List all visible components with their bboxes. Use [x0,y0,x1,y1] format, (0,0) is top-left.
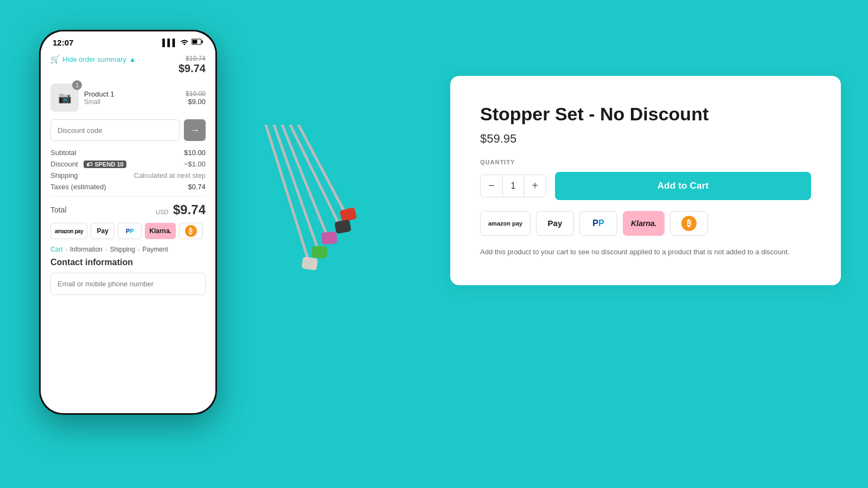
cart-icon: 🛒 [50,55,60,63]
discount-apply-button[interactable]: → [184,119,206,141]
hide-order-summary-button[interactable]: 🛒 Hide order summary ▲ [50,55,136,63]
status-icons: ▌▌▌ [162,38,203,47]
discount-label: Discount 🏷 SPEND 10 [50,160,126,168]
order-header: 🛒 Hide order summary ▲ $10.74 $9.74 [50,50,206,78]
svg-line-7 [282,125,328,239]
product-current-price: $9.00 [186,98,206,106]
taxes-value: $0.74 [188,183,206,191]
phone-scroll-content[interactable]: 🛒 Hide order summary ▲ $10.74 $9.74 1 📷 … [41,50,215,413]
total-label: Total [50,206,67,214]
paypal-icon: PP [118,223,142,239]
subtotal-value: $10.00 [184,149,206,157]
divider [50,196,206,197]
subtotal-row: Subtotal $10.00 [50,149,206,157]
product-item: 1 📷 Product 1 Small $10.00 $9.00 [50,84,206,112]
shipping-row: Shipping Calculated at next step [50,171,206,179]
btc-symbol: ₿ [185,225,197,237]
quantity-controls: − 1 + [480,175,546,197]
quantity-value: 1 [502,175,524,197]
product-card-price: $59.95 [480,132,811,146]
product-variant: Small [84,98,180,106]
svg-rect-1 [202,41,203,43]
phone-frame: 12:07 ▌▌▌ 🛒 Hide order summary ▲ [39,30,217,415]
payment-icons-phone: amazon pay Pay PP Klarna. ₿ [50,223,206,239]
btc-symbol-lg: ₿ [681,216,697,231]
breadcrumb-cart[interactable]: Cart [50,246,63,253]
total-amount-group: USD $9.74 [156,202,206,217]
discount-code-badge: 🏷 SPEND 10 [84,160,126,168]
apple-pay-icon: Pay [91,223,114,239]
product-price-column: $10.00 $9.00 [186,90,206,106]
klarna-icon: Klarna. [145,223,176,239]
shipping-label: Shipping [50,171,78,179]
chevron-up-icon: ▲ [129,55,136,63]
svg-line-3 [298,125,347,217]
breadcrumb-sep-3: › [138,247,139,253]
quantity-decrease-button[interactable]: − [481,175,502,197]
taxes-label: Taxes (estimated) [50,183,106,191]
payment-icons-product-card: amazon pay Pay PP Klarna. ₿ [480,211,811,236]
quantity-row: − 1 + Add to Cart [480,172,811,200]
product-original-price: $10.00 [186,90,206,98]
breadcrumb-information: Information [70,246,103,253]
product-card: Stopper Set - No Discount $59.95 QUANTIT… [450,76,841,285]
bitcoin-icon-lg: ₿ [670,211,708,236]
breadcrumb-sep-2: › [105,247,107,253]
product-description: Add this product to your cart to see no … [480,247,811,258]
breadcrumb: Cart › Information › Shipping › Payment [50,246,206,253]
product-info: Product 1 Small [84,90,180,106]
discount-value: −$1.00 [184,160,206,168]
order-original-price: $10.74 [178,55,206,62]
total-amount: $9.74 [173,202,206,217]
klarna-icon-lg: Klarna. [623,211,665,236]
stopper-set-image [206,125,401,309]
product-quantity-badge: 1 [72,80,82,90]
svg-rect-10 [312,246,328,259]
email-phone-input[interactable] [50,273,206,295]
svg-rect-4 [340,207,358,222]
quantity-increase-button[interactable]: + [524,175,546,197]
order-current-price: $9.74 [178,62,206,75]
svg-rect-8 [321,232,337,245]
paypal-icon-lg: PP [579,211,617,236]
product-image-placeholder-icon: 📷 [58,91,72,104]
discount-row: → [50,119,206,141]
contact-info-title: Contact information [50,258,206,267]
breadcrumb-sep-1: › [66,247,67,253]
breadcrumb-payment: Payment [142,246,168,253]
product-thumbnail: 1 📷 [50,84,79,112]
taxes-row: Taxes (estimated) $0.74 [50,183,206,191]
shipping-value: Calculated at next step [134,171,206,179]
subtotal-label: Subtotal [50,149,76,157]
amazon-pay-icon-lg: amazon pay [480,211,531,236]
product-name: Product 1 [84,90,180,98]
total-currency: USD [156,209,168,215]
svg-rect-2 [193,40,197,44]
order-price-header: $10.74 $9.74 [178,55,206,75]
add-to-cart-button[interactable]: Add to Cart [555,172,811,200]
svg-rect-6 [334,220,351,234]
total-row: Total USD $9.74 [50,202,206,217]
svg-line-5 [290,125,341,228]
discount-row-price: Discount 🏷 SPEND 10 −$1.00 [50,160,206,168]
status-time: 12:07 [53,38,73,47]
hide-summary-label: Hide order summary [62,55,126,63]
svg-line-11 [266,125,309,263]
discount-code-input[interactable] [50,119,180,141]
status-bar: 12:07 ▌▌▌ [41,31,215,50]
wifi-icon [180,38,189,47]
battery-icon [192,38,203,47]
bitcoin-icon: ₿ [179,223,203,239]
signal-icon: ▌▌▌ [162,38,177,47]
apple-pay-icon-lg: Pay [536,211,574,236]
svg-line-9 [274,125,319,252]
amazon-pay-icon: amazon pay [50,223,87,239]
breadcrumb-shipping: Shipping [110,246,135,253]
product-card-title: Stopper Set - No Discount [480,103,811,125]
svg-rect-12 [302,256,318,271]
quantity-label: QUANTITY [480,159,811,165]
